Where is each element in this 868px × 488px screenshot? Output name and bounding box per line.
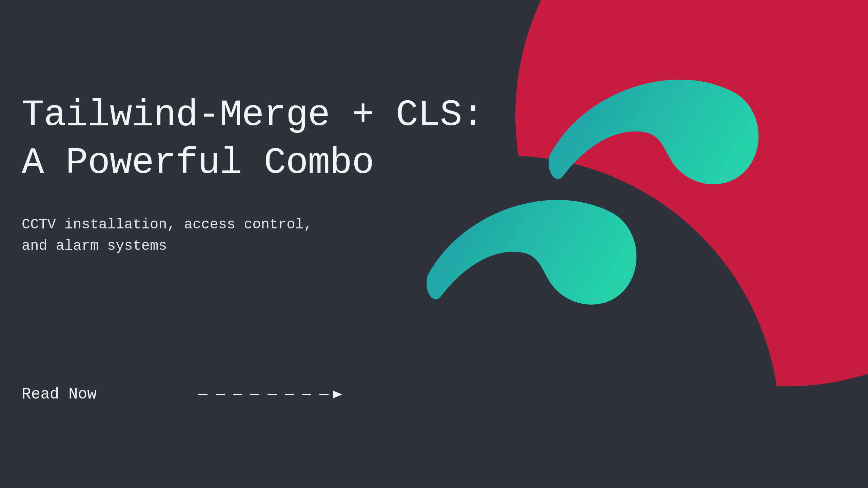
arrowhead-icon [333, 391, 342, 398]
arrow-dash [216, 394, 225, 395]
hero-subtitle-line2: and alarm systems [22, 238, 167, 254]
arrow-dash [319, 394, 329, 395]
arrow-icon [198, 391, 342, 398]
hero-subtitle: CCTV installation, access control, and a… [22, 214, 484, 258]
arrow-dash [268, 394, 277, 395]
arrow-dash [233, 394, 242, 395]
hero-title-line2: A Powerful Combo [22, 142, 374, 184]
read-now-link[interactable]: Read Now [22, 386, 97, 403]
cta-row: Read Now [22, 386, 342, 403]
hero-title: Tailwind-Merge + CLS: A Powerful Combo [22, 92, 484, 187]
hero-title-line1: Tailwind-Merge + CLS: [22, 94, 484, 136]
hero-subtitle-line1: CCTV installation, access control, [22, 217, 312, 233]
arrow-dash [285, 394, 294, 395]
hero-banner: Tailwind-Merge + CLS: A Powerful Combo C… [0, 0, 868, 488]
arrow-dash [198, 394, 208, 395]
arrow-dash [250, 394, 259, 395]
hero-content: Tailwind-Merge + CLS: A Powerful Combo C… [22, 92, 484, 257]
arrow-dash [302, 394, 311, 395]
